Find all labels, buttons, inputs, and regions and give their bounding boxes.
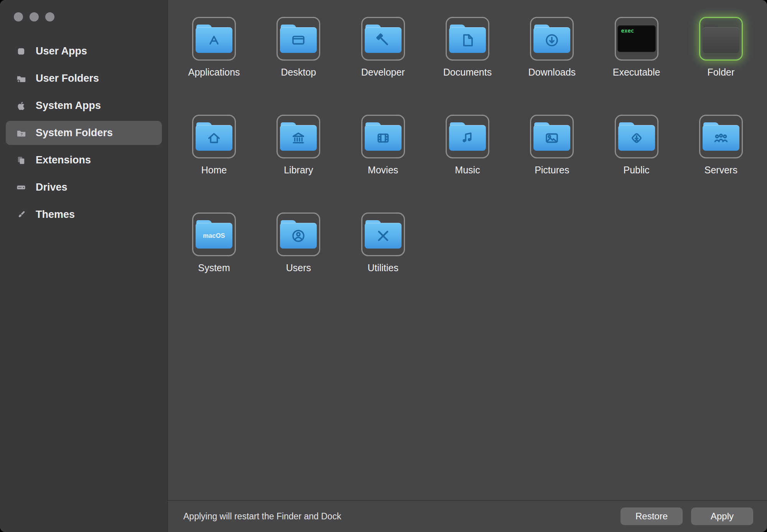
sidebar: User AppsUser FoldersSystem Apps?System …	[0, 0, 168, 532]
svg-text:?: ?	[21, 132, 23, 136]
public-folder-icon	[618, 122, 655, 151]
icon-item-users[interactable]: Users	[256, 212, 341, 273]
sidebar-item-label: User Apps	[36, 45, 87, 57]
icon-label: Library	[284, 165, 313, 176]
restore-button[interactable]: Restore	[621, 507, 683, 525]
icon-label: Folder	[707, 67, 734, 78]
documents-folder-icon	[449, 25, 486, 53]
system-apps-icon	[14, 99, 28, 113]
sidebar-item-label: Themes	[36, 209, 75, 221]
main-panel: ApplicationsDesktopDeveloperDocumentsDow…	[168, 0, 767, 532]
icon-label: Applications	[188, 67, 240, 78]
extensions-icon	[14, 153, 28, 167]
icon-item-downloads[interactable]: Downloads	[510, 17, 594, 78]
sidebar-item-themes[interactable]: Themes	[6, 203, 162, 227]
servers-folder-icon	[703, 122, 739, 151]
icon-item-public[interactable]: Public	[594, 115, 678, 176]
executable-icon: exec	[617, 25, 657, 53]
icon-label: Users	[286, 262, 311, 273]
sidebar-item-label: User Folders	[36, 72, 99, 84]
music-folder-icon	[449, 122, 486, 151]
sidebar-item-extensions[interactable]: Extensions	[6, 148, 162, 172]
sidebar-item-user-folders[interactable]: User Folders	[6, 66, 162, 91]
sidebar-item-label: System Folders	[36, 127, 113, 139]
icon-tile	[615, 115, 658, 158]
icon-label: Home	[201, 165, 227, 176]
movies-folder-icon	[365, 122, 402, 151]
icon-label: Utilities	[367, 262, 398, 273]
users-folder-icon	[280, 220, 317, 249]
developer-folder-icon	[365, 25, 402, 53]
icon-grid-container: ApplicationsDesktopDeveloperDocumentsDow…	[168, 0, 767, 500]
plain-folder-folder-icon	[703, 25, 739, 53]
user-apps-icon	[14, 44, 28, 58]
sidebar-item-system-apps[interactable]: System Apps	[6, 94, 162, 118]
zoom-button[interactable]	[45, 12, 54, 21]
themes-icon	[14, 208, 28, 222]
close-button[interactable]	[14, 12, 23, 21]
sidebar-item-system-folders[interactable]: ?System Folders	[6, 121, 162, 145]
icon-tile	[192, 17, 236, 61]
icon-tile	[361, 212, 405, 256]
sidebar-item-label: System Apps	[36, 100, 101, 112]
minimize-button[interactable]	[30, 12, 39, 21]
home-folder-icon	[196, 122, 232, 151]
downloads-folder-icon	[533, 25, 570, 53]
icon-item-folder[interactable]: Folder	[679, 17, 763, 78]
icon-tile	[192, 115, 236, 158]
icon-item-utilities[interactable]: Utilities	[341, 212, 425, 273]
sidebar-item-label: Drives	[36, 181, 67, 193]
icon-item-pictures[interactable]: Pictures	[510, 115, 594, 176]
icon-label: Pictures	[535, 165, 569, 176]
icon-tile	[530, 115, 574, 158]
icon-item-servers[interactable]: Servers	[679, 115, 763, 176]
icon-tile	[277, 17, 320, 61]
user-folders-icon	[14, 72, 28, 86]
icon-label: Developer	[361, 67, 405, 78]
sidebar-item-drives[interactable]: Drives	[6, 175, 162, 199]
icon-tile: macOS	[192, 212, 236, 256]
icon-item-desktop[interactable]: Desktop	[256, 17, 341, 78]
icon-label: Executable	[613, 67, 660, 78]
icon-tile: exec	[615, 17, 658, 61]
icon-label: Servers	[704, 165, 737, 176]
desktop-folder-icon	[280, 25, 317, 53]
applications-folder-icon	[196, 25, 232, 53]
icon-tile	[446, 17, 489, 61]
sidebar-item-user-apps[interactable]: User Apps	[6, 39, 162, 63]
icon-item-developer[interactable]: Developer	[341, 17, 425, 78]
footer-bar: Applying will restart the Finder and Doc…	[168, 500, 767, 532]
icon-item-home[interactable]: Home	[172, 115, 256, 176]
icon-tile	[699, 17, 743, 61]
window-controls	[0, 0, 168, 21]
icon-item-system[interactable]: macOSSystem	[172, 212, 256, 273]
icon-item-applications[interactable]: Applications	[172, 17, 256, 78]
icon-item-movies[interactable]: Movies	[341, 115, 425, 176]
apply-button[interactable]: Apply	[691, 507, 753, 525]
icon-label: Music	[455, 165, 480, 176]
icon-tile	[361, 17, 405, 61]
icon-item-music[interactable]: Music	[425, 115, 510, 176]
pictures-folder-icon	[533, 122, 570, 151]
icon-item-executable[interactable]: execExecutable	[594, 17, 678, 78]
icon-label: Public	[624, 165, 650, 176]
utilities-folder-icon	[365, 220, 402, 249]
icon-label: Downloads	[528, 67, 576, 78]
icon-item-library[interactable]: Library	[256, 115, 341, 176]
sidebar-item-label: Extensions	[36, 154, 91, 166]
icon-label: Desktop	[281, 67, 316, 78]
system-folder-icon: macOS	[196, 220, 232, 249]
icon-item-documents[interactable]: Documents	[425, 17, 510, 78]
icon-tile	[277, 115, 320, 158]
footer-buttons: RestoreApply	[621, 507, 753, 525]
sidebar-nav: User AppsUser FoldersSystem Apps?System …	[0, 39, 168, 227]
icon-grid: ApplicationsDesktopDeveloperDocumentsDow…	[172, 17, 763, 273]
app-window: User AppsUser FoldersSystem Apps?System …	[0, 0, 767, 532]
footer-note: Applying will restart the Finder and Doc…	[183, 511, 621, 522]
icon-tile	[361, 115, 405, 158]
icon-tile	[277, 212, 320, 256]
system-folders-icon: ?	[14, 126, 28, 140]
icon-tile	[446, 115, 489, 158]
svg-text:macOS: macOS	[203, 232, 225, 239]
icon-tile	[530, 17, 574, 61]
